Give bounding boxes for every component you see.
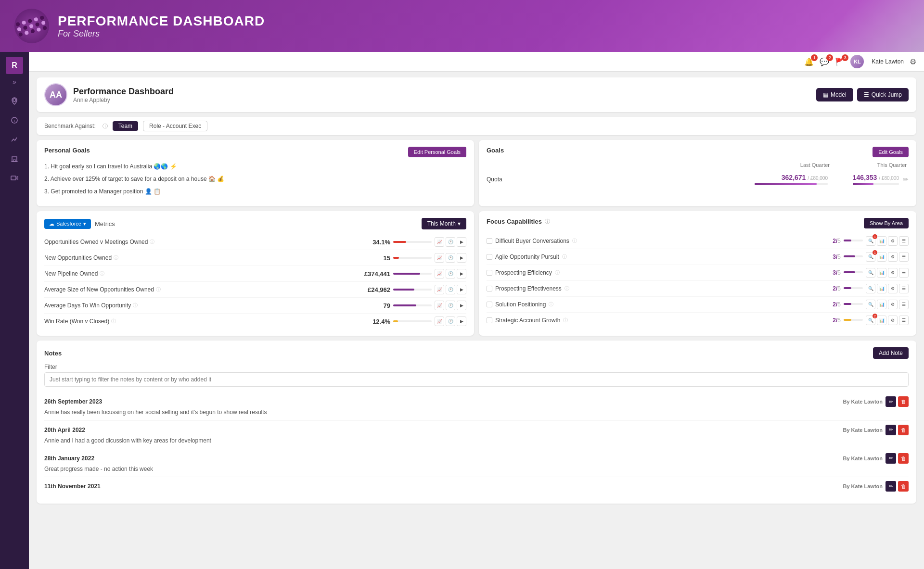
focus-chart-button[interactable]: 📊 [877,316,886,325]
focus-list-button[interactable]: ☰ [899,252,909,262]
benchmark-team-tag[interactable]: Team [113,121,138,131]
metric-info-icon[interactable]: ⓘ [100,270,104,277]
notes-filter-input[interactable] [44,372,909,387]
focus-info-icon[interactable]: ⓘ [549,301,553,308]
note-actions: ✏ 🗑 [886,425,909,435]
focus-list-button[interactable]: ☰ [899,316,909,325]
edit-goals-button[interactable]: Edit Goals [873,147,909,157]
focus-chart-button[interactable]: 📊 [877,236,886,246]
focus-settings-button[interactable]: ⚙ [888,316,898,325]
quota-edit-icon[interactable]: ✏ [903,176,909,183]
note-date: 20th April 2022 By Kate Lawton ✏ 🗑 [44,425,909,435]
note-edit-button[interactable]: ✏ [886,453,896,464]
focus-search-button[interactable]: 🔍1 [866,252,875,262]
note-delete-button[interactable]: 🗑 [898,425,909,435]
metric-chart-button[interactable]: 📈 [435,316,444,326]
model-button[interactable]: ▦ Model [816,88,853,101]
focus-list-button[interactable]: ☰ [899,268,909,278]
note-by: By Kate Lawton ✏ 🗑 [843,481,909,492]
focus-chart-button[interactable]: 📊 [877,300,886,309]
focus-checkbox[interactable] [487,317,492,323]
metric-info-icon[interactable]: ⓘ [150,239,154,245]
focus-list-button[interactable]: ☰ [899,236,909,246]
quick-jump-button[interactable]: ☰ Quick Jump [857,88,909,101]
sidebar-item-building[interactable] [7,151,22,166]
metric-play-button[interactable]: ▶ [457,285,466,294]
focus-info-icon[interactable]: ⓘ [562,253,567,260]
focus-chart-button[interactable]: 📊 [877,252,886,262]
note-delete-button[interactable]: 🗑 [898,453,909,464]
metric-chart-button[interactable]: 📈 [435,301,444,310]
focus-list-button[interactable]: ☰ [899,300,909,309]
chat-icon[interactable]: 💬 2 [820,57,829,66]
sidebar-item-chart[interactable] [7,132,22,147]
metric-clock-button[interactable]: 🕐 [446,269,455,278]
metric-clock-button[interactable]: 🕐 [446,237,455,247]
focus-checkbox[interactable] [487,238,492,244]
add-note-button[interactable]: Add Note [873,347,909,359]
benchmark-role-tag[interactable]: Role - Account Exec [143,121,207,131]
notification-bell-icon[interactable]: 🔔 1 [804,57,814,66]
focus-search-button[interactable]: 🔍 [866,268,875,278]
focus-info-icon[interactable]: ⓘ [565,285,569,292]
focus-chart-button[interactable]: 📊 [877,268,886,278]
metric-info-icon[interactable]: ⓘ [133,302,138,309]
metric-play-button[interactable]: ▶ [457,237,466,247]
focus-settings-button[interactable]: ⚙ [888,252,898,262]
note-delete-button[interactable]: 🗑 [898,396,909,407]
focus-checkbox[interactable] [487,286,492,291]
focus-settings-button[interactable]: ⚙ [888,284,898,293]
focus-info-icon[interactable]: ⓘ [563,317,568,324]
focus-chart-button[interactable]: 📊 [877,284,886,293]
note-edit-button[interactable]: ✏ [886,425,896,435]
focus-search-button[interactable]: 🔍 [866,300,875,309]
focus-settings-button[interactable]: ⚙ [888,300,898,309]
metric-play-button[interactable]: ▶ [457,269,466,278]
page-header-left: AA Performance Dashboard Annie Appleby [44,83,174,106]
sidebar-chevron-icon[interactable]: » [13,78,16,86]
metric-play-button[interactable]: ▶ [457,301,466,310]
note-edit-button[interactable]: ✏ [886,481,896,492]
metric-chart-button[interactable]: 📈 [435,269,444,278]
focus-search-button[interactable]: 🔍 [866,284,875,293]
metric-clock-button[interactable]: 🕐 [446,285,455,294]
focus-search-button[interactable]: 🔍1 [866,236,875,246]
sidebar-item-video[interactable] [7,170,22,186]
metric-info-icon[interactable]: ⓘ [156,286,161,293]
metric-clock-button[interactable]: 🕐 [446,316,455,326]
focus-checkbox[interactable] [487,270,492,276]
flag-icon[interactable]: 🚩 3 [835,57,845,66]
note-delete-button[interactable]: 🗑 [898,481,909,492]
benchmark-info-icon[interactable]: ⓘ [103,123,108,130]
metric-clock-button[interactable]: 🕐 [446,301,455,310]
sidebar-item-info[interactable]: i [7,113,22,128]
focus-list-button[interactable]: ☰ [899,284,909,293]
settings-icon[interactable]: ⚙ [910,57,916,66]
sidebar-item-location[interactable] [7,93,22,109]
metric-play-button[interactable]: ▶ [457,316,466,326]
focus-info-icon[interactable]: ⓘ [555,269,560,276]
focus-settings-button[interactable]: ⚙ [888,236,898,246]
metric-info-icon[interactable]: ⓘ [114,254,118,261]
metric-info-icon[interactable]: ⓘ [111,318,116,325]
edit-personal-goals-button[interactable]: Edit Personal Goals [408,147,466,157]
metric-icons: 📈 🕐 ▶ [435,301,466,310]
focus-settings-button[interactable]: ⚙ [888,268,898,278]
focus-checkbox[interactable] [487,254,492,260]
metric-clock-button[interactable]: 🕐 [446,253,455,263]
this-month-button[interactable]: This Month ▾ [422,218,466,229]
note-date: 26th September 2023 By Kate Lawton ✏ 🗑 [44,396,909,407]
metric-chart-button[interactable]: 📈 [435,285,444,294]
focus-search-button[interactable]: 🔍2 [866,316,875,325]
metric-chart-button[interactable]: 📈 [435,237,444,247]
focus-capabilities-info-icon[interactable]: ⓘ [545,218,550,225]
salesforce-button[interactable]: ☁ Salesforce ▾ [44,219,91,229]
show-by-area-button[interactable]: Show By Area [864,218,909,228]
focus-checkbox[interactable] [487,302,492,307]
note-edit-button[interactable]: ✏ [886,396,896,407]
metric-right: £24,962 📈 🕐 ▶ [357,285,466,294]
personal-goals-title: Personal Goals [44,147,90,154]
metric-chart-button[interactable]: 📈 [435,253,444,263]
focus-info-icon[interactable]: ⓘ [572,238,577,244]
metric-play-button[interactable]: ▶ [457,253,466,263]
